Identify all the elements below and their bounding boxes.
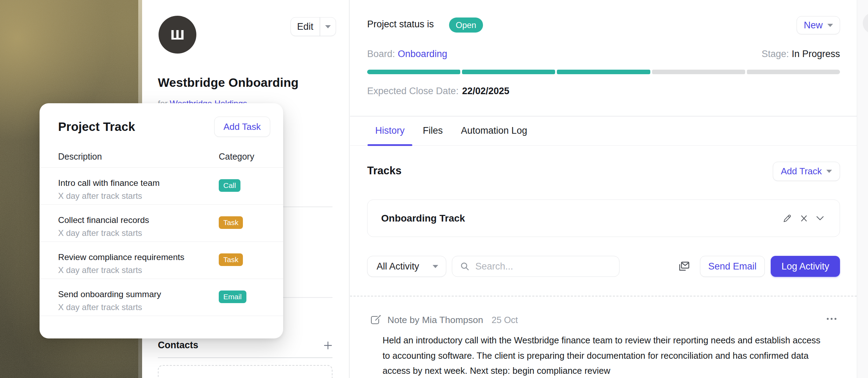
task-description: Review compliance requirements	[58, 252, 184, 262]
task-list: Intro call with finance team X day after…	[40, 167, 283, 316]
category-badge: Task	[219, 253, 243, 266]
column-description: Description	[58, 152, 102, 161]
note-options-button[interactable]	[826, 317, 837, 321]
board-link[interactable]: Onboarding	[398, 49, 447, 59]
stage-value: In Progress	[792, 49, 840, 59]
close-date-field: Expected Close Date:22/02/2025	[367, 86, 509, 97]
task-row[interactable]: Send onboarding summary X day after trac…	[40, 279, 283, 316]
note-compose-icon	[370, 314, 381, 326]
feed-divider	[350, 296, 857, 296]
progress-segment-filled	[557, 70, 650, 74]
tab-files[interactable]: Files	[415, 116, 450, 145]
contacts-section-header: Contacts	[158, 340, 332, 351]
activity-search	[452, 256, 620, 277]
pencil-icon	[782, 214, 792, 223]
task-row[interactable]: Collect financial records X day after tr…	[40, 204, 283, 241]
chevron-down-icon	[433, 265, 438, 268]
task-description: Intro call with finance team	[58, 178, 160, 188]
popup-header: Project Track Add Task	[58, 116, 270, 138]
add-contact-plus-icon[interactable]	[323, 341, 332, 350]
track-card[interactable]: Onboarding Track	[367, 200, 840, 237]
tracks-heading: Tracks	[367, 164, 401, 177]
edit-split-button: Edit	[290, 17, 336, 36]
mail-stack-icon	[678, 260, 690, 272]
tab-history[interactable]: History	[368, 116, 412, 145]
track-card-title: Onboarding Track	[381, 200, 465, 237]
board-label: Board:	[367, 49, 395, 59]
popup-column-headers: Description Category	[58, 152, 270, 162]
tab-automation-log[interactable]: Automation Log	[453, 116, 535, 145]
chevron-down-icon	[827, 24, 833, 27]
new-button[interactable]: New	[797, 16, 840, 34]
status-badge[interactable]: Open	[449, 18, 483, 33]
remove-track-button[interactable]	[799, 214, 808, 223]
task-timing: X day after track starts	[58, 191, 142, 201]
task-timing: X day after track starts	[58, 228, 142, 238]
status-label: Project status is	[367, 19, 434, 30]
send-email-label: Send Email	[708, 261, 756, 272]
edit-dropdown-button[interactable]	[320, 18, 336, 36]
progress-segment-filled	[462, 70, 555, 74]
panel-divider	[349, 0, 350, 378]
note-header: Note by Mia Thompson 25 Oct	[370, 314, 518, 326]
category-badge: Task	[219, 216, 243, 229]
task-description: Send onboarding summary	[58, 289, 161, 299]
progress-segment-empty	[652, 70, 745, 74]
contacts-divider	[158, 357, 332, 358]
add-track-button[interactable]: Add Track	[773, 162, 840, 181]
add-task-button[interactable]: Add Task	[214, 117, 270, 137]
user-avatar[interactable]	[863, 13, 868, 34]
expand-track-button[interactable]	[815, 215, 825, 222]
tab-bar: History Files Automation Log	[350, 116, 857, 146]
send-email-button[interactable]: Send Email	[700, 256, 765, 277]
task-timing: X day after track starts	[58, 302, 142, 312]
task-row[interactable]: Review compliance requirements X day aft…	[40, 241, 283, 279]
progress-segment-filled	[367, 70, 460, 74]
chevron-down-icon	[325, 25, 331, 28]
note-date: 25 Oct	[492, 315, 518, 325]
stage-label: Stage:	[762, 49, 789, 59]
close-date-value: 22/02/2025	[462, 86, 509, 96]
ellipsis-icon	[826, 317, 837, 321]
project-track-popup: Project Track Add Task Description Categ…	[40, 103, 283, 338]
note-author: Mia Thompson	[422, 315, 483, 325]
crm-project-page: { "left_profile": { "logo_glyph": "ш", "…	[0, 0, 868, 378]
category-badge: Call	[219, 179, 240, 192]
progress-segment-empty	[747, 70, 840, 74]
record-title: Westbridge Onboarding	[158, 76, 299, 90]
board-field: Board:Onboarding	[367, 49, 447, 59]
log-activity-label: Log Activity	[782, 261, 830, 272]
edit-button[interactable]: Edit	[291, 18, 320, 36]
stage-field: Stage:In Progress	[762, 49, 840, 59]
edit-track-button[interactable]	[782, 214, 792, 223]
logo-glyph: ш	[170, 25, 185, 42]
contacts-heading: Contacts	[158, 340, 198, 351]
log-activity-button[interactable]: Log Activity	[771, 256, 840, 277]
chevron-down-icon	[815, 215, 825, 222]
stage-progress-bar	[367, 70, 840, 74]
record-main-panel: Project status is Open New Board:Onboard…	[350, 0, 857, 378]
activity-filter-label: All Activity	[377, 261, 419, 272]
company-logo-avatar[interactable]: ш	[159, 16, 196, 54]
close-icon	[799, 214, 808, 223]
new-button-label: New	[804, 20, 822, 31]
task-description: Collect financial records	[58, 215, 149, 225]
search-input[interactable]	[475, 256, 619, 276]
column-category: Category	[219, 152, 254, 162]
email-history-button[interactable]	[678, 260, 690, 272]
task-row[interactable]: Intro call with finance team X day after…	[40, 167, 283, 204]
note-prefix: Note by	[387, 315, 419, 325]
close-date-label: Expected Close Date:	[367, 86, 458, 96]
activity-filter-dropdown[interactable]: All Activity	[367, 256, 446, 277]
note-body: Held an introductory call with the Westb…	[383, 333, 826, 378]
right-gutter	[857, 0, 868, 378]
contacts-empty-dropzone[interactable]	[158, 365, 332, 378]
popup-title: Project Track	[58, 120, 135, 134]
search-icon	[460, 261, 470, 271]
task-timing: X day after track starts	[58, 265, 142, 275]
category-badge: Email	[219, 290, 246, 303]
chevron-down-icon	[826, 170, 832, 173]
add-track-label: Add Track	[781, 166, 822, 177]
note-author-line: Note by Mia Thompson	[387, 315, 483, 326]
